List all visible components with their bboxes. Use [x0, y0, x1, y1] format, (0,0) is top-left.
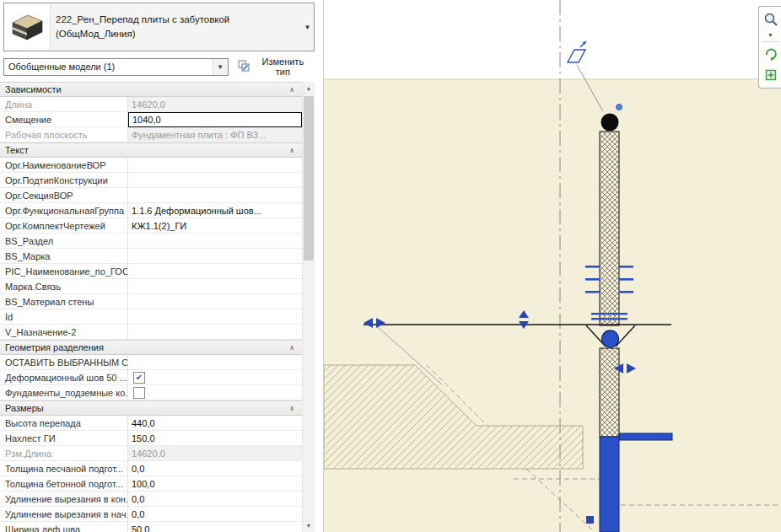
property-label: Нахлест ГИ	[0, 431, 128, 446]
property-label: BS_Материал стены	[0, 294, 128, 309]
property-value[interactable]	[128, 309, 302, 325]
property-value[interactable]: ✔	[128, 370, 302, 385]
property-row: Толщина песчаной подгот...0,0	[0, 461, 302, 476]
type-name: (ОбщМод_Линия)	[56, 27, 296, 41]
property-row: BS_Материал стены	[0, 294, 302, 309]
property-row: V_Назначение-2	[0, 325, 302, 340]
property-row: Рзм.Длина14620,0	[0, 446, 302, 461]
collapse-chevron-icon[interactable]: ∧	[289, 86, 294, 94]
group-header[interactable]: Геометрия разделения∧	[0, 340, 302, 355]
property-label: Деформационный шов 50 ...	[0, 370, 128, 385]
property-label: BS_Марка	[0, 249, 128, 264]
property-value[interactable]: 100,0	[128, 476, 302, 492]
property-label: Толщина бетонной подгот...	[0, 476, 128, 492]
chevron-down-icon[interactable]: ▼	[213, 59, 228, 75]
group-header-label: Геометрия разделения	[5, 342, 104, 352]
filter-combobox-value: Обобщенные модели (1)	[8, 62, 115, 72]
square-grip[interactable]	[586, 516, 594, 524]
family-thumbnail	[4, 4, 51, 50]
property-label: Толщина песчаной подгот...	[0, 461, 128, 476]
property-value[interactable]: 440,0	[128, 416, 302, 431]
property-value[interactable]	[128, 385, 302, 400]
property-label: Высота перепада	[0, 416, 128, 431]
edit-type-label: Изменить тип	[254, 56, 312, 77]
property-row: PIC_Наименование_по_ГОСТ	[0, 264, 302, 279]
property-row: Орг.НаименованиеВОР	[0, 158, 302, 173]
property-label: Орг.ПодтипКонструкции	[0, 173, 128, 188]
checkbox[interactable]	[133, 387, 145, 399]
scroll-up-icon[interactable]: ▲	[303, 82, 315, 94]
property-label: Орг.ФункциональнаяГруппа	[0, 203, 128, 218]
group-header[interactable]: Размеры∧	[0, 400, 302, 416]
property-row: Длина14620,0	[0, 97, 302, 112]
zoom-button[interactable]	[762, 10, 780, 29]
property-label: Удлинение вырезания в нач...	[0, 507, 128, 522]
type-selector-dropdown-icon[interactable]: ▼	[301, 24, 314, 31]
property-value[interactable]	[128, 158, 302, 173]
pan-icon	[763, 67, 778, 83]
property-value[interactable]	[128, 234, 302, 249]
filter-combobox[interactable]: Обобщенные модели (1) ▼	[3, 58, 229, 76]
property-value[interactable]: 1.1.6 Деформационный шов...	[128, 203, 302, 218]
property-value[interactable]	[128, 188, 302, 203]
property-label: Фундаменты_подземные ко...	[0, 385, 128, 400]
property-row: Толщина бетонной подгот...100,0	[0, 476, 302, 492]
property-value[interactable]	[128, 264, 302, 279]
property-label: Рзм.Длина	[0, 446, 128, 461]
property-label: Марка.Связь	[0, 279, 128, 294]
property-value[interactable]: 150,0	[128, 431, 302, 446]
property-value[interactable]	[128, 355, 302, 370]
property-value[interactable]: 50,0	[128, 522, 302, 532]
navigation-bar: ▼	[758, 6, 781, 89]
group-header-label: Зависимости	[5, 84, 62, 94]
scroll-down-icon[interactable]: ▼	[303, 519, 315, 532]
property-value[interactable]: 0,0	[128, 492, 302, 507]
checkbox[interactable]: ✔	[133, 372, 145, 384]
chevron-down-icon[interactable]: ▼	[762, 31, 780, 39]
section-view-drawing	[324, 0, 781, 532]
property-label: V_Назначение-2	[0, 325, 128, 340]
property-value[interactable]: КЖ1.1(2)_ГИ	[128, 218, 302, 234]
property-label: Удлинение вырезания в кон...	[0, 492, 128, 507]
property-value: 14620,0	[128, 97, 302, 112]
property-value[interactable]	[128, 173, 302, 188]
group-header[interactable]: Текст∧	[0, 142, 302, 158]
property-row: Орг.СекцияВОР	[0, 188, 302, 203]
property-value: 14620,0	[128, 446, 302, 461]
property-value[interactable]: 1040,0	[128, 112, 302, 127]
property-value[interactable]	[128, 279, 302, 294]
property-label: Id	[0, 309, 128, 325]
group-header[interactable]: Зависимости∧	[0, 82, 302, 97]
property-row: BS_Раздел	[0, 234, 302, 249]
property-value: Фундаментная плита : ФП ВЗ...	[128, 127, 302, 142]
property-row: Смещение1040,0	[0, 112, 302, 127]
collapse-chevron-icon[interactable]: ∧	[289, 405, 294, 412]
property-value[interactable]: 0,0	[128, 461, 302, 476]
collapse-chevron-icon[interactable]: ∧	[289, 344, 294, 352]
property-row: Марка.Связь	[0, 279, 302, 294]
property-row: Рабочая плоскостьФундаментная плита : ФП…	[0, 127, 302, 142]
property-value[interactable]: 0,0	[128, 507, 302, 522]
property-row: Фундаменты_подземные ко...	[0, 385, 302, 400]
properties-scrollbar[interactable]: ▲ ▼	[302, 82, 315, 532]
property-label: Орг.СекцияВОР	[0, 188, 128, 203]
property-row: Орг.ПодтипКонструкции	[0, 173, 302, 188]
collapse-chevron-icon[interactable]: ∧	[289, 147, 294, 154]
property-row: ОСТАВИТЬ ВЫБРАННЫМ О...	[0, 355, 302, 370]
property-row: Ширина деф.шва50,0	[0, 522, 302, 532]
pan-button[interactable]	[762, 66, 780, 84]
drawing-canvas[interactable]: ▼	[323, 0, 781, 532]
scrollbar-thumb[interactable]	[304, 96, 314, 261]
property-value[interactable]	[128, 325, 302, 340]
orbit-button[interactable]	[762, 45, 780, 63]
property-label: Рабочая плоскость	[0, 127, 128, 142]
property-label: Орг.КомплектЧертежей	[0, 218, 128, 234]
drag-grip[interactable]	[617, 105, 622, 110]
type-bar: Обобщенные модели (1) ▼ Изменить тип	[3, 57, 315, 76]
type-selector[interactable]: 222_Рен_Перепад плиты с забутовкой (ОбщМ…	[3, 3, 315, 51]
family-thumbnail-image	[8, 10, 46, 44]
property-row: BS_Марка	[0, 249, 302, 264]
property-value[interactable]	[128, 294, 302, 309]
property-value[interactable]	[128, 249, 302, 264]
edit-type-button[interactable]: Изменить тип	[235, 55, 315, 78]
